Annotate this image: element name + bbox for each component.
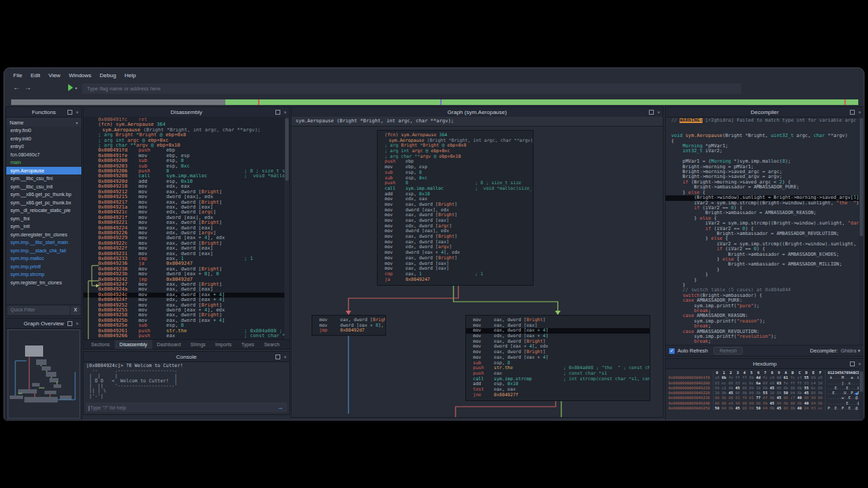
code-line[interactable]: } (666, 283, 859, 288)
byte-cell[interactable]: 8b (762, 386, 769, 391)
menu-item-file[interactable]: File (10, 72, 26, 79)
code-line[interactable]: } else { (666, 216, 859, 221)
byte-cell[interactable]: 01 (748, 396, 755, 400)
byte-cell[interactable]: 08 (803, 396, 810, 400)
instruction-line[interactable]: 0x0804922cmoveax, dword [Bright] (83, 241, 284, 246)
byte-cell[interactable]: 08 (762, 381, 769, 386)
byte-cell[interactable]: 90 (734, 401, 741, 406)
byte-cell[interactable]: 08 (775, 386, 782, 391)
close-icon[interactable]: × (76, 111, 79, 114)
byte-cell[interactable]: 8b (721, 391, 728, 396)
instruction-line[interactable]: 0x08049203subesp, 0xc (83, 164, 284, 169)
code-line[interactable]: Bright->morning->saved_argv = argv; (666, 174, 859, 179)
byte-cell[interactable]: 50 (755, 406, 762, 411)
byte-cell[interactable]: e8 (769, 381, 775, 386)
byte-cell[interactable]: 00 (755, 401, 762, 406)
byte-cell[interactable]: f8 (741, 396, 748, 400)
hexdump-row[interactable]: 0x000000000804925050048b45088950048b4508… (666, 406, 859, 411)
byte-cell[interactable]: 8b (796, 391, 803, 396)
instruction-line[interactable]: 0x08049215movdword [eax], edx (83, 195, 284, 200)
byte-cell[interactable]: 50 (714, 406, 721, 411)
tab-classes[interactable]: Classes (284, 340, 290, 349)
byte-cell[interactable]: 00 (789, 401, 796, 406)
byte-cell[interactable]: 00 (728, 396, 734, 400)
instruction-line[interactable]: moveax, dword [Bright] (378, 202, 533, 208)
hexdump-row[interactable]: 0x0000000008049230008b0083f801770f8b4508… (666, 396, 859, 400)
byte-cell[interactable]: 89 (775, 391, 782, 396)
byte-cell[interactable]: 08 (782, 396, 789, 400)
undock-icon[interactable] (275, 355, 280, 359)
instruction-line[interactable]: addesp, 0x10 (378, 192, 533, 197)
instruction-line[interactable]: pushebp (378, 159, 533, 165)
instruction-line[interactable]: 0x08049238moveax, dword [Bright] (83, 267, 284, 272)
function-list-item[interactable]: sym.register_tm_clones (6, 279, 81, 287)
instruction-line[interactable]: movedx, eax (378, 197, 533, 202)
code-line[interactable]: if (iVar2 == 0) { (666, 247, 859, 252)
instruction-line[interactable]: movdword [eax], edx (378, 208, 533, 213)
byte-cell[interactable]: ec (721, 381, 728, 386)
code-line[interactable]: (Bright->window).sunlight = Bright->morn… (666, 195, 859, 200)
instruction-line[interactable]: moveax, dword [eax + 4] (466, 355, 650, 361)
byte-cell[interactable]: 6b (721, 375, 728, 380)
instruction-line[interactable]: moveax, dword [Bright] (378, 234, 533, 240)
code-line[interactable]: case AMBASSADOR_PURE: (666, 298, 859, 303)
undock-icon[interactable] (850, 110, 855, 115)
function-list-item[interactable]: entry0 (6, 143, 81, 151)
byte-cell[interactable]: 45 (775, 396, 782, 400)
function-list-item[interactable]: entry.fini0 (6, 127, 81, 135)
code-line[interactable]: if (iVar2 == 0) { (666, 227, 859, 231)
function-list-item[interactable]: sym._fini (6, 215, 81, 223)
arg-comment-line[interactable]: ; arg int argc @ ebp+0xc (83, 138, 284, 143)
code-line[interactable]: } else { (666, 257, 859, 262)
code-line[interactable]: sym.imp.printf("pure"); (666, 304, 859, 309)
close-icon[interactable]: × (284, 355, 287, 359)
instruction-line[interactable]: moveax, dword [eax] (378, 240, 533, 245)
byte-cell[interactable]: 55 (803, 386, 810, 391)
code-line[interactable]: Bright->ambassador = AMBASSADOR_REVOLUTI… (666, 231, 859, 236)
tab-disassembly[interactable]: Disassembly (115, 340, 152, 349)
instruction-line[interactable]: 0x0804921amoveax, dword [eax] (83, 205, 284, 210)
instruction-line[interactable]: 0x08049261pushstr.the; 0x804a008 ; "the … (83, 329, 284, 334)
instruction-line[interactable]: moveax, dword [Bright] (466, 339, 650, 345)
byte-cell[interactable]: 45 (734, 406, 741, 411)
byte-cell[interactable]: 8b (817, 391, 823, 396)
byte-cell[interactable]: 8b (782, 401, 789, 406)
instruction-line[interactable]: moveax, dword [Bright] (466, 350, 650, 355)
menu-item-help[interactable]: Help (121, 72, 139, 79)
byte-cell[interactable]: 04 (762, 406, 769, 411)
basic-block-false[interactable]: moveax, dword [Bright]movdword [eax + 8]… (312, 315, 386, 336)
code-line[interactable]: if (iVar2 == 0) { (666, 206, 859, 211)
instruction-line[interactable]: push8; 8 ; size_t size (378, 181, 533, 186)
instruction-line[interactable]: 0x08049231moveax, dword [eax] (83, 252, 284, 257)
function-list-item[interactable]: fcn.080490c7 (6, 151, 81, 159)
instruction-line[interactable]: 0x08049242jmp0x80492d7 (83, 277, 284, 282)
console-input[interactable]: | Type "?" for help → (86, 402, 287, 412)
chevron-down-icon[interactable]: ▾ (75, 86, 77, 90)
arg-comment-line[interactable]: ; arg char **argv @ ebp+0x10 (378, 154, 533, 160)
byte-cell[interactable]: ec (817, 406, 823, 411)
instruction-line[interactable]: pusheax; const char *s1 (466, 371, 650, 377)
menu-item-edit[interactable]: Edit (27, 72, 44, 79)
byte-cell[interactable]: fc (789, 375, 796, 380)
instruction-line[interactable]: movedx, dword [eax + 4] (466, 334, 650, 339)
instruction-line[interactable]: 0x0804924amoveax, dword [eax] (83, 287, 284, 292)
instruction-line[interactable]: movdword [eax + 8], 0 (312, 323, 385, 329)
byte-cell[interactable]: fc (762, 375, 769, 380)
byte-cell[interactable]: 00 (714, 396, 721, 400)
byte-cell[interactable]: 10 (817, 381, 823, 386)
instruction-line[interactable]: 0x08049255movdword [eax + 4], edx (83, 308, 284, 313)
arg-comment-line[interactable]: ; arg Bright *Bright @ ebp+0x8 (83, 133, 284, 138)
byte-cell[interactable]: 89 (810, 375, 817, 380)
instruction-line[interactable]: moveax, dword [Bright] (466, 318, 650, 323)
byte-cell[interactable]: 8b (762, 401, 769, 406)
instruction-line[interactable]: 0x08049217moveax, dword [Bright] (83, 200, 284, 205)
instruction-line[interactable]: moveax, dword [Bright] (378, 213, 533, 218)
instruction-line[interactable]: movedx, dword [argc] (378, 224, 533, 229)
function-list-item[interactable]: sym._init (6, 222, 81, 231)
basic-block-entry[interactable]: (fcn) sym.Aeropause 364sym.Aeropause (Br… (377, 130, 533, 286)
byte-cell[interactable]: 83 (734, 381, 741, 386)
byte-cell[interactable]: e8 (714, 375, 721, 380)
function-list-item[interactable]: main (6, 158, 81, 167)
byte-cell[interactable]: e9 (728, 401, 734, 406)
instruction-line[interactable]: testeax, eax (466, 387, 650, 393)
